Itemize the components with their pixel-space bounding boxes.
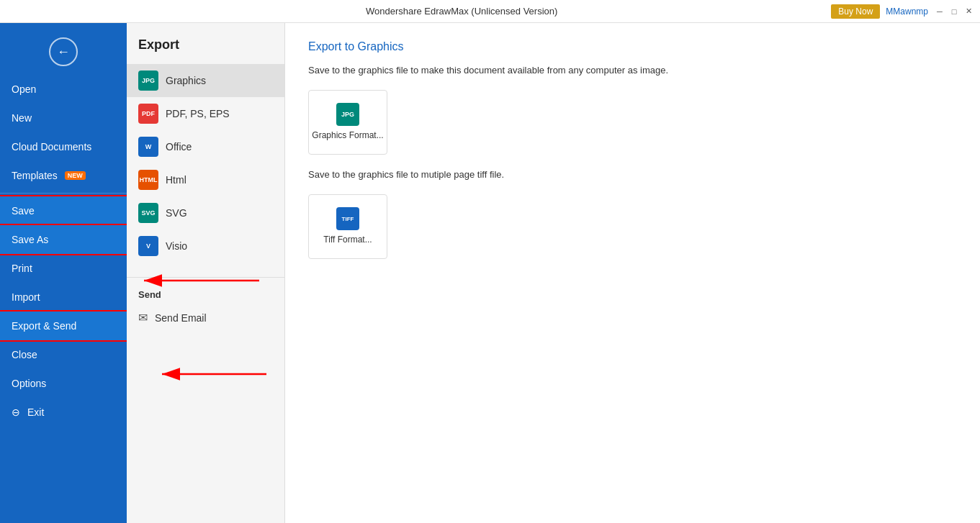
- exit-icon: ⊖: [12, 406, 20, 418]
- sidebar-item-print[interactable]: Print: [0, 254, 127, 283]
- content-title: Export to Graphics: [308, 40, 957, 53]
- send-email-item[interactable]: ✉ Send Email: [127, 304, 284, 331]
- office-label: Office: [166, 141, 192, 153]
- graphics-label: Graphics: [166, 75, 206, 86]
- sidebar-item-export[interactable]: Export & Send: [0, 311, 127, 340]
- content-description-2: Save to the graphics file to mutiple pag…: [308, 169, 957, 180]
- graphics-icon: JPG: [138, 71, 158, 91]
- export-item-graphics[interactable]: JPG Graphics: [127, 64, 284, 97]
- middle-panel: Export JPG Graphics PDF PDF, PS, EPS W O…: [127, 23, 285, 523]
- sidebar-item-exit[interactable]: ⊖ Exit: [0, 398, 127, 427]
- title-bar: Wondershare EdrawMax (Unlicensed Version…: [0, 0, 980, 23]
- tiff-format-card[interactable]: TIFF Tiff Format...: [308, 194, 387, 259]
- html-label: Html: [166, 174, 186, 186]
- user-name: MMawnmp: [886, 6, 928, 17]
- visio-label: Visio: [166, 240, 187, 252]
- sidebar-item-save[interactable]: Save: [0, 196, 127, 225]
- send-section: Send ✉ Send Email: [127, 277, 284, 331]
- sidebar-item-options[interactable]: Options: [0, 369, 127, 398]
- content-description-1: Save to the graphics file to make this d…: [308, 65, 957, 76]
- email-icon: ✉: [138, 311, 148, 324]
- minimize-button[interactable]: ─: [934, 6, 945, 17]
- svg-icon: SVG: [138, 203, 158, 223]
- main-layout: ← Open New Cloud Documents Templates NEW…: [0, 23, 980, 523]
- tiff-format-label: Tiff Format...: [323, 235, 372, 246]
- back-button[interactable]: ←: [0, 29, 127, 75]
- content-panel: Export to Graphics Save to the graphics …: [285, 23, 980, 523]
- visio-icon: V: [138, 236, 158, 256]
- pdf-label: PDF, PS, EPS: [166, 108, 230, 119]
- export-item-office[interactable]: W Office: [127, 130, 284, 163]
- sidebar-item-close[interactable]: Close: [0, 340, 127, 369]
- maximize-button[interactable]: □: [948, 6, 960, 17]
- graphics-format-card[interactable]: JPG Graphics Format...: [308, 90, 387, 155]
- title-bar-right: Buy Now MMawnmp ─ □ ✕: [831, 4, 974, 19]
- sidebar-item-open[interactable]: Open: [0, 75, 127, 104]
- sidebar-item-import[interactable]: Import: [0, 283, 127, 311]
- sidebar: ← Open New Cloud Documents Templates NEW…: [0, 23, 127, 523]
- svg-label: SVG: [166, 207, 187, 219]
- buy-now-button[interactable]: Buy Now: [831, 4, 880, 19]
- office-icon: W: [138, 137, 158, 157]
- send-email-label: Send Email: [155, 312, 207, 324]
- html-icon: HTML: [138, 170, 158, 190]
- close-button[interactable]: ✕: [963, 6, 974, 17]
- new-badge: NEW: [65, 171, 86, 180]
- pdf-icon: PDF: [138, 104, 158, 124]
- app-title: Wondershare EdrawMax (Unlicensed Version…: [92, 6, 831, 17]
- graphics-format-label: Graphics Format...: [312, 130, 383, 142]
- middle-panel-title: Export: [127, 32, 284, 64]
- export-item-svg[interactable]: SVG SVG: [127, 196, 284, 229]
- back-circle-icon[interactable]: ←: [49, 37, 78, 66]
- send-section-title: Send: [127, 283, 284, 304]
- sidebar-item-new[interactable]: New: [0, 104, 127, 132]
- window-controls: ─ □ ✕: [934, 6, 974, 17]
- graphics-format-icon: JPG: [336, 103, 359, 126]
- sidebar-item-saveas[interactable]: Save As: [0, 225, 127, 254]
- sidebar-item-templates[interactable]: Templates NEW: [0, 161, 127, 190]
- export-item-visio[interactable]: V Visio: [127, 229, 284, 263]
- export-item-pdf[interactable]: PDF PDF, PS, EPS: [127, 97, 284, 130]
- sidebar-divider: [0, 193, 127, 194]
- export-item-html[interactable]: HTML Html: [127, 163, 284, 196]
- sidebar-item-cloud[interactable]: Cloud Documents: [0, 132, 127, 161]
- tiff-format-icon: TIFF: [336, 207, 359, 230]
